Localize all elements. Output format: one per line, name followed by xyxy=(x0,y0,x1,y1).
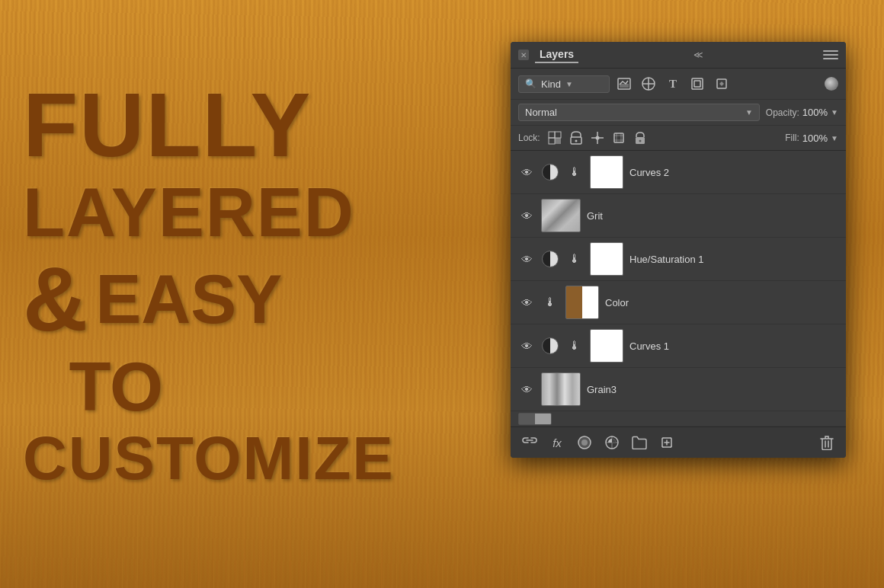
collapse-button[interactable]: ≪ xyxy=(693,50,703,60)
fx-label: fx xyxy=(552,436,562,449)
blend-mode-select[interactable]: Normal ▼ xyxy=(518,104,760,121)
visibility-toggle[interactable]: 👁 xyxy=(518,251,535,267)
link-layers-button[interactable] xyxy=(518,432,541,453)
wood-text-amp: & xyxy=(23,251,88,350)
therm-icon: 🌡 xyxy=(541,293,559,312)
visibility-toggle[interactable]: 👁 xyxy=(518,381,535,398)
adjustment-icon xyxy=(541,337,559,355)
visibility-toggle[interactable]: 👁 xyxy=(518,337,535,354)
fill-arrow[interactable]: ▼ xyxy=(831,134,838,142)
wood-text-line4: & TO xyxy=(23,350,395,425)
fill-value[interactable]: 100% xyxy=(802,133,828,144)
search-icon: 🔍 xyxy=(525,78,536,89)
layers-panel: ✕ Layers ≪ 🔍 Kind ▼ T xyxy=(511,42,846,458)
svg-rect-7 xyxy=(555,138,561,144)
fill-label: Fill: xyxy=(785,133,799,143)
panel-menu-button[interactable] xyxy=(823,49,838,61)
wood-text-to: TO xyxy=(69,350,163,425)
layer-item[interactable]: 👁 🌡 Color xyxy=(511,281,846,324)
svg-rect-9 xyxy=(555,132,561,138)
wood-text-overlay: FULLY LAYERED & EASY & TO CUSTOMIZE xyxy=(23,76,395,492)
layer-name: Color xyxy=(605,297,838,308)
blend-mode-row: Normal ▼ Opacity: 100% ▼ xyxy=(511,100,846,126)
panel-title: Layers xyxy=(535,46,578,63)
close-button[interactable]: ✕ xyxy=(518,50,529,60)
lock-row: Lock: xyxy=(511,126,846,151)
new-adjustment-button[interactable] xyxy=(601,432,623,453)
filter-adjustment-btn[interactable] xyxy=(639,74,658,94)
opacity-group: Opacity: 100% ▼ xyxy=(766,107,838,118)
layer-item[interactable]: 👁 🌡 Curves 2 xyxy=(511,151,846,194)
visibility-toggle[interactable]: 👁 xyxy=(518,207,535,224)
svg-rect-13 xyxy=(614,133,623,142)
wood-text-line2: LAYERED xyxy=(23,175,395,251)
menu-line3 xyxy=(823,58,838,59)
layer-item[interactable]: 👁 Grain3 xyxy=(511,368,846,411)
opacity-label: Opacity: xyxy=(766,107,799,118)
wood-text-line5: CUSTOMIZE xyxy=(23,425,395,492)
svg-rect-3 xyxy=(692,78,703,89)
layer-thumbnail xyxy=(565,286,599,319)
layer-thumbnail xyxy=(590,242,623,276)
svg-point-12 xyxy=(595,136,599,140)
filter-type-btn[interactable]: T xyxy=(663,74,683,94)
lock-image-btn[interactable] xyxy=(568,129,585,146)
half-circle-icon xyxy=(542,337,559,354)
layer-thumbnail xyxy=(541,372,581,406)
layer-item[interactable]: 👁 Grit xyxy=(511,194,846,238)
opacity-arrow[interactable]: ▼ xyxy=(831,108,838,117)
layer-name: Hue/Saturation 1 xyxy=(629,254,838,265)
layer-name: Grain3 xyxy=(587,384,838,395)
kind-row: 🔍 Kind ▼ T xyxy=(511,69,846,100)
panel-toolbar: fx xyxy=(511,427,846,458)
lock-label: Lock: xyxy=(518,133,540,143)
filter-shape-btn[interactable] xyxy=(687,74,707,94)
blend-mode-value: Normal xyxy=(525,107,557,118)
layer-name: Grit xyxy=(587,210,838,222)
svg-rect-6 xyxy=(549,132,555,138)
filter-smartobj-btn[interactable] xyxy=(712,74,732,94)
layer-thumbnail xyxy=(518,413,552,425)
layer-item[interactable] xyxy=(511,411,846,427)
therm-icon: 🌡 xyxy=(565,337,584,355)
opacity-value[interactable]: 100% xyxy=(802,107,828,118)
layer-thumbnail xyxy=(541,199,581,232)
therm-icon: 🌡 xyxy=(565,250,584,268)
visibility-toggle[interactable]: 👁 xyxy=(518,294,535,311)
svg-point-17 xyxy=(581,439,588,446)
new-group-button[interactable] xyxy=(628,432,651,453)
lock-icons-group xyxy=(546,129,649,146)
half-circle-icon xyxy=(542,164,559,181)
layer-name: Curves 2 xyxy=(629,167,838,178)
new-layer-button[interactable] xyxy=(655,432,678,453)
kind-select[interactable]: 🔍 Kind ▼ xyxy=(518,75,610,93)
lock-transparent-btn[interactable] xyxy=(546,129,563,146)
layer-item[interactable]: 👁 🌡 Curves 1 xyxy=(511,324,846,368)
lock-all-btn[interactable] xyxy=(632,129,649,146)
delete-layer-button[interactable] xyxy=(815,432,838,453)
wood-text-line3: & EASY xyxy=(23,251,395,350)
svg-point-15 xyxy=(639,139,641,142)
lock-crop-btn[interactable] xyxy=(610,129,627,146)
layer-thumbnail xyxy=(590,329,623,363)
menu-line1 xyxy=(823,50,838,52)
layer-name: Curves 1 xyxy=(629,340,838,352)
svg-rect-4 xyxy=(694,81,700,87)
layer-item[interactable]: 👁 🌡 Hue/Saturation 1 xyxy=(511,238,846,281)
layer-thumbnail xyxy=(590,155,623,189)
adjustment-icon xyxy=(541,250,559,268)
half-circle-icon xyxy=(542,251,559,267)
wood-text-easy: EASY xyxy=(95,262,282,337)
filter-image-btn[interactable] xyxy=(614,74,634,94)
filter-indicator xyxy=(825,77,838,91)
lock-position-btn[interactable] xyxy=(589,129,606,146)
kind-arrow: ▼ xyxy=(565,80,573,88)
add-mask-button[interactable] xyxy=(573,432,596,453)
svg-rect-1 xyxy=(620,84,629,88)
panel-titlebar: ✕ Layers ≪ xyxy=(511,42,846,69)
visibility-toggle[interactable]: 👁 xyxy=(518,164,535,181)
fill-group: Fill: 100% ▼ xyxy=(785,133,838,144)
fx-button[interactable]: fx xyxy=(546,432,569,453)
adjustment-icon xyxy=(541,163,559,181)
menu-line2 xyxy=(823,54,838,56)
